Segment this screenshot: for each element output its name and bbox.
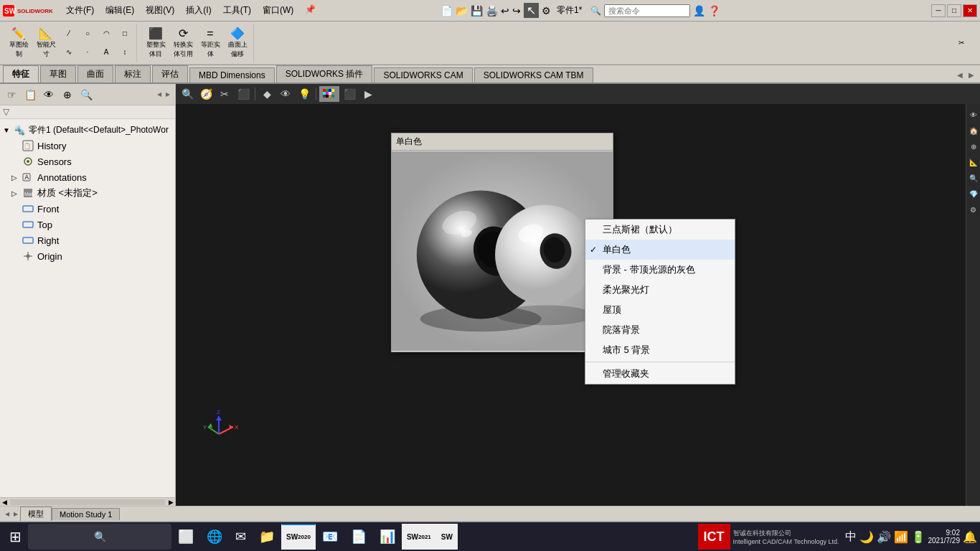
trim-btn[interactable]: ✂ bbox=[951, 33, 971, 53]
scroll-thumb[interactable] bbox=[10, 499, 165, 505]
search-tree-btn[interactable]: 🔍 bbox=[77, 86, 95, 103]
panel-scroll-left[interactable]: ◀ bbox=[155, 90, 164, 99]
tab-next-btn[interactable]: ▶ bbox=[11, 509, 20, 518]
view-orient-btn[interactable]: 🧭 bbox=[197, 86, 215, 102]
rect-btn[interactable]: □ bbox=[116, 25, 133, 42]
tree-origin[interactable]: Origin bbox=[0, 248, 175, 264]
convert-btn[interactable]: ⟳ 转换实体引用 bbox=[170, 26, 196, 60]
tree-sensors[interactable]: Sensors bbox=[0, 154, 175, 169]
notification-icon[interactable]: 🔔 bbox=[963, 530, 977, 544]
rp-btn-1[interactable]: 👁 bbox=[967, 108, 980, 121]
tab-evaluate[interactable]: 评估 bbox=[152, 65, 188, 83]
menu-file[interactable]: 文件(F) bbox=[60, 3, 100, 18]
ctx-grey[interactable]: 背景 - 带顶光源的灰色 bbox=[585, 260, 735, 280]
pdf-icon[interactable]: 📄 bbox=[344, 524, 373, 550]
tab-sw-cam-tbm[interactable]: SOLIDWORKS CAM TBM bbox=[474, 67, 593, 83]
rp-btn-7[interactable]: ⚙ bbox=[967, 203, 980, 216]
help-icon[interactable]: ❓ bbox=[708, 5, 720, 17]
offset-btn[interactable]: ↕ bbox=[116, 44, 133, 61]
annotations-expand[interactable]: ▷ bbox=[11, 174, 20, 182]
zoom-fit-btn[interactable]: 🔍 bbox=[179, 86, 196, 102]
render-btn[interactable]: ⬛ bbox=[341, 86, 358, 102]
circle-btn[interactable]: ○ bbox=[79, 25, 96, 42]
ctx-courtyard[interactable]: 院落背景 bbox=[585, 320, 735, 340]
undo-btn[interactable]: ↩ bbox=[501, 5, 509, 17]
open-btn[interactable]: 📂 bbox=[456, 5, 468, 17]
ppt-icon[interactable]: 📊 bbox=[373, 524, 402, 550]
menu-edit[interactable]: 编辑(E) bbox=[100, 3, 140, 18]
tab-markup[interactable]: 标注 bbox=[115, 65, 151, 83]
minimize-btn[interactable]: ─ bbox=[931, 4, 946, 17]
rp-btn-2[interactable]: 🏠 bbox=[967, 124, 980, 137]
collapse-btn[interactable]: ⊕ bbox=[59, 86, 76, 103]
scroll-right-btn[interactable]: ▶ bbox=[166, 499, 175, 506]
save-btn[interactable]: 💾 bbox=[471, 5, 483, 17]
rp-btn-4[interactable]: 📐 bbox=[967, 156, 980, 169]
tree-top[interactable]: Top bbox=[0, 217, 175, 232]
help-user-icon[interactable]: 👤 bbox=[693, 5, 705, 17]
speaker-icon[interactable]: 🔊 bbox=[877, 530, 891, 544]
battery-icon[interactable]: 🔋 bbox=[911, 530, 925, 544]
sw2021-icon[interactable]: SW 2021 bbox=[402, 524, 436, 550]
lang-icon[interactable]: 中 bbox=[845, 529, 857, 545]
text-btn[interactable]: A bbox=[98, 44, 115, 61]
display-style-btn[interactable]: 👁 bbox=[277, 86, 294, 102]
start-btn[interactable]: ⊞ bbox=[3, 524, 28, 550]
tab-scroll-left[interactable]: ◀ bbox=[954, 67, 966, 83]
scene-bg-btn[interactable] bbox=[319, 86, 339, 102]
surface-btn[interactable]: 🔷 曲面上偏移 bbox=[225, 26, 250, 60]
redo-btn[interactable]: ↪ bbox=[512, 5, 521, 17]
equal-btn[interactable]: = 等距实体 bbox=[197, 26, 223, 60]
mail-icon[interactable]: ✉ bbox=[229, 524, 253, 550]
bottom-tab-motion[interactable]: Motion Study 1 bbox=[52, 508, 120, 520]
menu-insert[interactable]: 插入(I) bbox=[180, 3, 217, 18]
menu-view[interactable]: 视图(V) bbox=[140, 3, 180, 18]
rp-btn-6[interactable]: 💎 bbox=[967, 187, 980, 200]
ctx-white[interactable]: 单白色 bbox=[585, 240, 735, 260]
root-expand[interactable]: ▼ bbox=[3, 126, 11, 134]
ctx-default[interactable]: 三点斯裙（默认） bbox=[585, 220, 735, 240]
outlook-icon[interactable]: 📧 bbox=[316, 524, 344, 550]
edge-icon[interactable]: 🌐 bbox=[200, 524, 229, 550]
tab-scroll-right[interactable]: ▶ bbox=[966, 67, 977, 83]
material-expand[interactable]: ▷ bbox=[11, 189, 20, 197]
arc-btn[interactable]: ◠ bbox=[98, 25, 115, 42]
tab-mbd[interactable]: MBD Dimensions bbox=[189, 67, 275, 83]
lights-btn[interactable]: 💡 bbox=[296, 86, 313, 102]
tree-history[interactable]: 📋 History bbox=[0, 138, 175, 154]
sw3-icon[interactable]: SW bbox=[436, 524, 458, 550]
tree-right[interactable]: Right bbox=[0, 232, 175, 248]
ctx-manage[interactable]: 管理收藏夹 bbox=[585, 364, 735, 384]
search-taskbar-btn[interactable]: 🔍 bbox=[28, 524, 171, 550]
tab-sw-cam[interactable]: SOLIDWORKS CAM bbox=[374, 67, 472, 83]
record-btn[interactable]: ▶ bbox=[359, 86, 377, 102]
tree-root[interactable]: ▼ 🔩 零件1 (Default<<Default>_PhotoWor bbox=[0, 122, 175, 138]
panel-scroll-right[interactable]: ▶ bbox=[164, 90, 172, 99]
viewport[interactable]: 🔍 🧭 ✂ ⬛ ◆ 👁 💡 bbox=[176, 84, 980, 506]
ctx-city[interactable]: 城市 5 背景 bbox=[585, 340, 735, 360]
tree-material[interactable]: ▷ Mat 材质 <未指定> bbox=[0, 185, 175, 201]
taskview-btn[interactable]: ⬜ bbox=[171, 524, 200, 550]
tab-sw-plugins[interactable]: SOLIDWORKS 插件 bbox=[276, 65, 373, 83]
menu-tools[interactable]: 工具(T) bbox=[217, 3, 257, 18]
rp-btn-3[interactable]: ⊕ bbox=[967, 140, 980, 153]
moon-icon[interactable]: 🌙 bbox=[859, 530, 874, 544]
display-btn[interactable]: 👁 bbox=[40, 86, 57, 103]
network-icon[interactable]: 📶 bbox=[894, 530, 908, 544]
view-3d-btn[interactable]: ⬛ bbox=[235, 86, 252, 102]
extrude-btn[interactable]: ⬛ 塑整实体目 bbox=[143, 26, 169, 60]
tab-surface[interactable]: 曲面 bbox=[77, 65, 113, 83]
tree-annotations[interactable]: ▷ A Annotations bbox=[0, 169, 175, 185]
print-btn[interactable]: 🖨️ bbox=[486, 5, 498, 17]
properties-btn[interactable]: 📋 bbox=[22, 86, 39, 103]
shading-btn[interactable]: ◆ bbox=[258, 86, 275, 102]
ctx-roof[interactable]: 屋顶 bbox=[585, 300, 735, 320]
h-scrollbar[interactable]: ◀ ▶ bbox=[0, 497, 175, 506]
sw2020-icon[interactable]: SW 2020 bbox=[281, 524, 316, 550]
menu-pin[interactable]: 📌 bbox=[299, 3, 321, 18]
folder-icon[interactable]: 📁 bbox=[253, 524, 281, 550]
point-btn[interactable]: · bbox=[79, 44, 96, 61]
line-btn[interactable]: ⁄ bbox=[60, 25, 77, 42]
search-input[interactable] bbox=[604, 4, 690, 17]
bottom-tab-model[interactable]: 模型 bbox=[20, 507, 52, 521]
